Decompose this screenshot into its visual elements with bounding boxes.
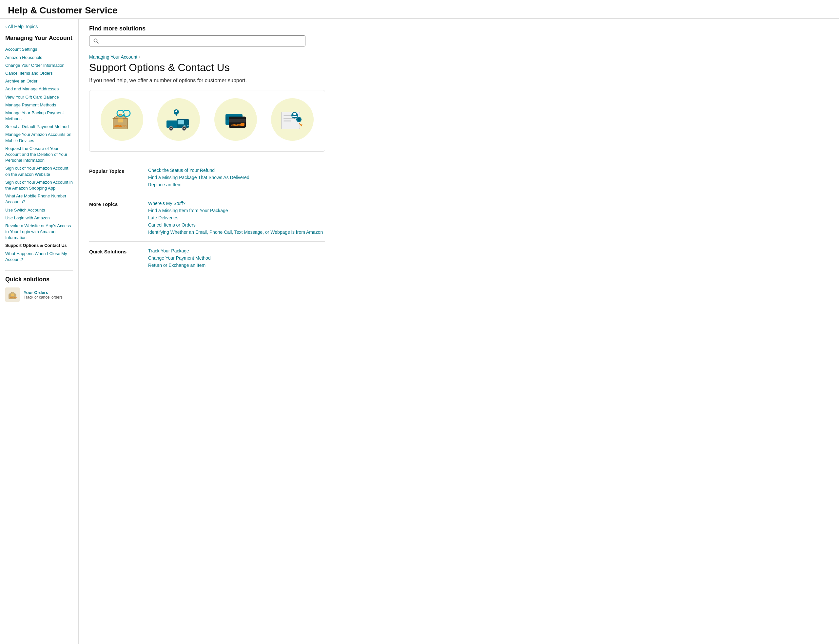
svg-text:amazon: amazon <box>114 124 127 128</box>
popular-topic-link-2[interactable]: Replace an Item <box>148 182 249 187</box>
more-topic-link-2[interactable]: Late Deliveries <box>148 215 323 220</box>
svg-text:amazon: amazon <box>10 296 17 298</box>
sidebar-nav-item-2[interactable]: Change Your Order Information <box>5 63 64 68</box>
svg-point-36 <box>298 118 300 121</box>
svg-point-34 <box>293 113 296 115</box>
sidebar-nav-item-8[interactable]: Manage Your Backup Payment Methods <box>5 110 64 121</box>
breadcrumb-parent-link[interactable]: Managing Your Account <box>89 54 137 59</box>
sidebar-nav-item-9[interactable]: Select a Default Payment Method <box>5 124 69 129</box>
sidebar-nav-item-11[interactable]: Request the Closure of Your Account and … <box>5 146 67 163</box>
card-delivery[interactable] <box>153 98 205 143</box>
card-returns-circle: amazon <box>101 98 143 141</box>
payment-svg: amazon <box>221 105 251 134</box>
sidebar-nav-item-14[interactable]: What Are Mobile Phone Number Accounts? <box>5 194 66 204</box>
popular-topics-section: Popular Topics Check the Status of Your … <box>89 161 325 187</box>
svg-rect-37 <box>298 117 300 118</box>
popular-topic-link-1[interactable]: Find a Missing Package That Shows As Del… <box>148 175 249 180</box>
main-layout: ‹ All Help Topics Managing Your Account … <box>0 19 839 644</box>
sidebar-nav-item-17[interactable]: Revoke a Website or App's Access to Your… <box>5 223 71 240</box>
svg-point-17 <box>170 128 172 129</box>
sidebar-nav-item-7[interactable]: Manage Payment Methods <box>5 102 56 107</box>
main-content: Find more solutions Managing Your Accoun… <box>79 19 839 281</box>
sidebar-nav-item-16[interactable]: Use Login with Amazon <box>5 215 50 220</box>
svg-marker-1 <box>9 292 16 294</box>
breadcrumb-separator: › <box>138 54 140 59</box>
svg-rect-21 <box>183 125 186 126</box>
more-topic-link-1[interactable]: Find a Missing Item from Your Package <box>148 208 323 213</box>
support-cards: amazon <box>89 90 325 151</box>
quick-solutions-topics-label: Quick Solutions <box>89 248 148 268</box>
sidebar-nav-item-3[interactable]: Cancel Items and Orders <box>5 71 53 76</box>
more-topic-link-4[interactable]: Identifying Whether an Email, Phone Call… <box>148 230 323 235</box>
card-delivery-circle <box>157 98 200 141</box>
delivery-svg <box>164 105 193 134</box>
all-help-topics-link[interactable]: ‹ All Help Topics <box>5 24 73 29</box>
quick-solutions-topics-links: Track Your PackageChange Your Payment Me… <box>148 248 211 268</box>
more-topic-link-0[interactable]: Where's My Stuff? <box>148 201 323 206</box>
svg-rect-14 <box>178 120 184 125</box>
search-bar <box>89 35 305 46</box>
sidebar-nav-item-18[interactable]: Support Options & Contact Us <box>5 243 67 248</box>
quick-solution-orders-text: Your Orders Track or cancel orders <box>24 290 63 299</box>
orders-sublabel: Track or cancel orders <box>24 295 63 299</box>
sidebar-nav-item-4[interactable]: Archive an Order <box>5 79 37 84</box>
more-topics-links: Where's My Stuff?Find a Missing Item fro… <box>148 201 323 235</box>
quick-solutions-title: Quick solutions <box>5 276 73 283</box>
sidebar-nav-item-10[interactable]: Manage Your Amazon Accounts on Mobile De… <box>5 132 71 143</box>
svg-rect-22 <box>187 125 189 126</box>
sidebar-nav-item-12[interactable]: Sign out of Your Amazon Account on the A… <box>5 166 68 176</box>
quick-solution-orders: amazon Your Orders Track or cancel order… <box>5 288 73 302</box>
svg-rect-40 <box>300 119 302 120</box>
quick-solutions-section: Quick solutions amazon Your Orders Track… <box>5 270 73 302</box>
page-header: Help & Customer Service <box>0 0 839 19</box>
account-svg <box>278 105 307 134</box>
svg-line-5 <box>97 42 99 44</box>
sidebar-section-title: Managing Your Account <box>5 34 73 42</box>
popular-topics-label: Popular Topics <box>89 168 148 187</box>
more-topics-section: More Topics Where's My Stuff?Find a Miss… <box>89 194 325 235</box>
svg-text:amazon: amazon <box>231 123 242 127</box>
svg-rect-26 <box>229 119 246 122</box>
support-page-subtitle: If you need help, we offer a number of o… <box>89 77 829 84</box>
search-icon <box>93 38 99 44</box>
quick-solution-topic-link-0[interactable]: Track Your Package <box>148 248 211 253</box>
sidebar-nav-item-6[interactable]: View Your Gift Card Balance <box>5 95 59 100</box>
more-topics-label: More Topics <box>89 201 148 235</box>
sidebar-nav-item-0[interactable]: Account Settings <box>5 47 37 52</box>
svg-rect-8 <box>118 118 123 122</box>
orders-icon: amazon <box>5 288 20 302</box>
returns-svg: amazon <box>107 105 137 134</box>
orders-link[interactable]: Your Orders <box>24 290 63 295</box>
popular-topics-links: Check the Status of Your RefundFind a Mi… <box>148 168 249 187</box>
sidebar-nav: Account SettingsAmazon HouseholdChange Y… <box>5 46 73 263</box>
svg-rect-2 <box>11 294 14 296</box>
card-payment-circle: amazon <box>214 98 257 141</box>
quick-solution-topic-link-1[interactable]: Change Your Payment Method <box>148 255 211 261</box>
box-svg: amazon <box>7 289 18 300</box>
find-solutions-title: Find more solutions <box>89 25 829 32</box>
svg-rect-39 <box>296 119 297 120</box>
sidebar-nav-item-15[interactable]: Use Switch Accounts <box>5 207 45 212</box>
breadcrumb: Managing Your Account › <box>89 54 829 59</box>
support-page-title: Support Options & Contact Us <box>89 62 829 74</box>
sidebar-nav-item-13[interactable]: Sign out of Your Amazon Account in the A… <box>5 180 73 191</box>
sidebar: ‹ All Help Topics Managing Your Account … <box>0 19 79 644</box>
svg-rect-32 <box>284 120 291 122</box>
svg-point-20 <box>175 110 177 112</box>
sidebar-nav-item-19[interactable]: What Happens When I Close My Account? <box>5 251 67 262</box>
card-payment[interactable]: amazon <box>210 98 262 143</box>
popular-topic-link-0[interactable]: Check the Status of Your Refund <box>148 168 249 173</box>
page-title: Help & Customer Service <box>8 5 831 16</box>
quick-solution-topic-link-2[interactable]: Return or Exchange an Item <box>148 263 211 268</box>
card-account[interactable] <box>267 98 318 143</box>
svg-rect-38 <box>298 121 300 122</box>
svg-point-18 <box>183 128 185 129</box>
card-account-circle <box>271 98 314 141</box>
sidebar-nav-item-5[interactable]: Add and Manage Addresses <box>5 86 59 91</box>
svg-rect-28 <box>241 123 244 126</box>
more-topic-link-3[interactable]: Cancel Items or Orders <box>148 222 323 228</box>
search-input[interactable] <box>101 38 301 44</box>
sidebar-nav-item-1[interactable]: Amazon Household <box>5 55 42 60</box>
card-returns[interactable]: amazon <box>96 98 148 143</box>
quick-solutions-topics-section: Quick Solutions Track Your PackageChange… <box>89 241 325 268</box>
